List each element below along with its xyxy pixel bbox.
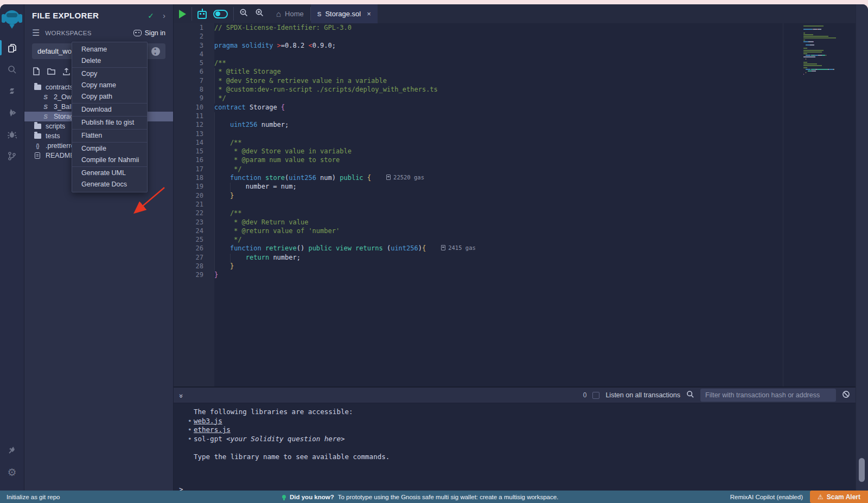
minimap-line [803, 74, 851, 75]
close-tab-icon[interactable]: × [367, 10, 371, 18]
run-script-play-icon[interactable] [179, 10, 186, 18]
json-file-icon: {} [33, 143, 42, 149]
terminal-line[interactable]: •web3.js [194, 417, 856, 426]
tab-home[interactable]: ⌂ Home [270, 4, 310, 23]
zoom-in-icon[interactable] [255, 8, 264, 20]
workspace-stepper-icon[interactable] [151, 47, 160, 56]
menu-item-compile[interactable]: Compile [72, 143, 147, 154]
git-init-button[interactable]: Initialize as git repo [7, 494, 60, 500]
icon-sidebar: ⚙ [0, 4, 24, 491]
sign-in-button[interactable]: Sign in [133, 29, 165, 37]
zoom-out-icon[interactable] [239, 8, 248, 20]
line-number: 26 [174, 244, 214, 253]
indent-guide [214, 236, 215, 244]
line-number: 13 [174, 130, 214, 139]
minimap-line [803, 62, 851, 63]
indent-guide [214, 209, 215, 218]
code-line-25: */ [214, 236, 783, 244]
code-line-26: function retrieve() public view returns … [214, 244, 783, 253]
code-line-19: number = num; [214, 183, 783, 191]
solidity-compiler-icon[interactable] [0, 80, 24, 102]
indent-guide [214, 262, 215, 271]
line-number: 20 [174, 192, 214, 201]
new-file-icon[interactable] [32, 67, 41, 78]
terminal-output[interactable]: The following libraries are accessible:•… [174, 403, 856, 494]
did-you-know-tip: Did you know? To prototype using the Gno… [282, 494, 558, 500]
menu-item-compile-for-nahmii[interactable]: Compile for Nahmii [72, 154, 147, 166]
menu-item-publish-file-to-gist[interactable]: Publish file to gist [72, 117, 147, 128]
menu-item-copy-name[interactable]: Copy name [72, 80, 147, 91]
minimap-line [803, 41, 851, 42]
indent-guide [214, 121, 215, 130]
line-number: 29 [174, 271, 214, 280]
minimap-line [803, 48, 851, 49]
ai-copilot-toggle[interactable] [213, 10, 228, 18]
menu-separator [72, 166, 147, 167]
git-icon[interactable] [0, 145, 24, 167]
plugin-manager-icon[interactable] [0, 440, 24, 461]
minimap-line [803, 34, 851, 35]
indent-guide [214, 77, 215, 86]
library-link[interactable]: web3.js [194, 417, 222, 425]
search-icon[interactable] [0, 59, 24, 80]
code-line-5: /** [214, 59, 783, 68]
tab-storage-sol[interactable]: S Storage.sol × [311, 4, 378, 23]
minimap-line [803, 63, 851, 65]
indent-guide [214, 244, 215, 253]
menu-item-generate-docs[interactable]: Generate Docs [72, 179, 147, 190]
code-lines[interactable]: // SPDX-License-Identifier: GPL-3.0pragm… [214, 23, 783, 386]
tree-item-label: tests [46, 132, 60, 140]
new-folder-icon[interactable] [47, 67, 56, 78]
terminal-collapse-icon[interactable]: » [177, 394, 186, 396]
minimap-line [803, 27, 851, 28]
line-number: 23 [174, 218, 214, 227]
indent-guide [214, 94, 215, 103]
listen-all-checkbox[interactable] [592, 392, 599, 399]
ai-copilot-robot-icon[interactable] [197, 11, 207, 19]
indent-guide [214, 183, 215, 191]
terminal-line: Type the library name to see available c… [194, 453, 856, 462]
menu-item-copy-path[interactable]: Copy path [72, 91, 147, 102]
library-link[interactable]: ethers.js [194, 425, 231, 434]
transaction-filter-input[interactable] [700, 389, 836, 402]
line-number: 10 [174, 104, 214, 112]
terminal-line [194, 443, 856, 453]
indent-guide [214, 130, 215, 139]
workspaces-menu-icon[interactable]: ☰ [32, 28, 40, 38]
code-line-7: * @dev Store & retrieve value in a varia… [214, 77, 783, 86]
settings-gear-icon[interactable]: ⚙ [0, 461, 24, 483]
menu-item-generate-uml[interactable]: Generate UML [72, 167, 147, 179]
editor-minimap[interactable] [801, 24, 851, 75]
code-line-8: * @custom:dev-run-script ./scripts/deplo… [214, 86, 783, 94]
upload-file-icon[interactable] [62, 67, 71, 78]
indent-guide [214, 156, 215, 165]
menu-item-copy[interactable]: Copy [72, 68, 147, 80]
terminal-line[interactable]: •ethers.js [194, 425, 856, 435]
indent-guide [214, 254, 215, 262]
clear-console-icon[interactable] [842, 390, 850, 401]
expand-chevron-icon[interactable]: › [163, 11, 165, 20]
line-number: 11 [174, 112, 214, 121]
line-number: 12 [174, 121, 214, 130]
line-number: 9 [174, 94, 214, 103]
menu-item-download[interactable]: Download [72, 104, 147, 115]
remix-logo-icon[interactable] [2, 9, 22, 29]
scam-alert-button[interactable]: ⚠ Scam Alert [810, 491, 868, 503]
code-line-15: * @dev Store value in variable [214, 147, 783, 156]
minimap-line [803, 69, 851, 70]
debugger-icon[interactable] [0, 124, 24, 145]
menu-item-flatten[interactable]: Flatten [72, 130, 147, 141]
code-line-10: contract Storage { [214, 104, 783, 112]
menu-item-rename[interactable]: Rename [72, 44, 147, 55]
file-explorer-icon[interactable] [0, 37, 24, 59]
deploy-run-icon[interactable] [0, 102, 24, 124]
minimap-line [803, 59, 851, 60]
menu-item-delete[interactable]: Delete [72, 55, 147, 67]
page-scrollbar[interactable] [856, 4, 868, 491]
terminal-search-icon[interactable] [686, 390, 694, 401]
code-editor[interactable]: 1234567891011121314151617181920212223242… [174, 23, 856, 386]
code-line-6: * @title Storage [214, 68, 783, 76]
indent-guide [214, 86, 215, 94]
scrollbar-thumb[interactable] [859, 458, 865, 482]
minimap-line [803, 50, 851, 51]
